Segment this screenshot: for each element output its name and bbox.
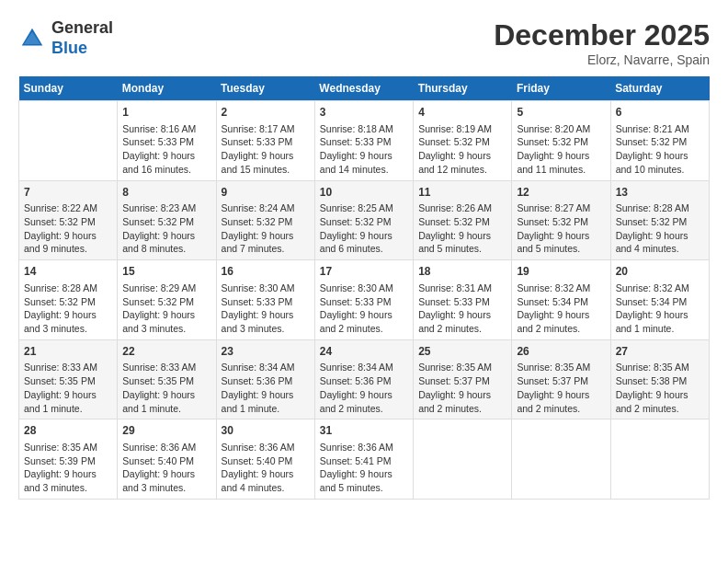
day-number: 15: [122, 264, 210, 280]
day-cell: 28Sunrise: 8:35 AM Sunset: 5:39 PM Dayli…: [19, 419, 118, 500]
day-info: Sunrise: 8:28 AM Sunset: 5:32 PM Dayligh…: [616, 201, 704, 256]
day-info: Sunrise: 8:17 AM Sunset: 5:33 PM Dayligh…: [222, 122, 310, 177]
day-cell: 16Sunrise: 8:30 AM Sunset: 5:33 PM Dayli…: [216, 260, 314, 340]
day-info: Sunrise: 8:21 AM Sunset: 5:32 PM Dayligh…: [616, 122, 704, 177]
header-cell-thursday: Thursday: [414, 76, 512, 101]
day-cell: [610, 419, 709, 500]
logo: General Blue: [18, 18, 113, 58]
day-info: Sunrise: 8:36 AM Sunset: 5:40 PM Dayligh…: [122, 441, 210, 495]
header-cell-monday: Monday: [118, 76, 216, 101]
week-row-1: 1Sunrise: 8:16 AM Sunset: 5:33 PM Daylig…: [19, 101, 710, 181]
day-info: Sunrise: 8:28 AM Sunset: 5:32 PM Dayligh…: [24, 282, 112, 336]
day-number: 29: [122, 423, 210, 439]
day-info: Sunrise: 8:32 AM Sunset: 5:34 PM Dayligh…: [517, 282, 605, 336]
day-number: 13: [616, 185, 704, 201]
day-cell: 12Sunrise: 8:27 AM Sunset: 5:32 PM Dayli…: [512, 180, 610, 260]
day-cell: [19, 101, 118, 181]
day-cell: 31Sunrise: 8:36 AM Sunset: 5:41 PM Dayli…: [314, 419, 413, 500]
day-number: 21: [24, 344, 112, 360]
day-number: 8: [122, 185, 210, 201]
day-info: Sunrise: 8:29 AM Sunset: 5:32 PM Dayligh…: [122, 282, 210, 336]
day-number: 17: [320, 264, 408, 280]
page-title: December 2025: [494, 18, 710, 52]
week-row-4: 21Sunrise: 8:33 AM Sunset: 5:35 PM Dayli…: [19, 339, 710, 419]
day-number: 16: [222, 264, 310, 280]
day-number: 6: [616, 105, 704, 121]
day-info: Sunrise: 8:25 AM Sunset: 5:32 PM Dayligh…: [320, 201, 408, 256]
day-info: Sunrise: 8:33 AM Sunset: 5:35 PM Dayligh…: [24, 361, 112, 415]
logo-icon: [18, 25, 46, 52]
header-cell-sunday: Sunday: [19, 76, 118, 101]
logo-blue-text: Blue: [51, 39, 87, 57]
day-cell: 19Sunrise: 8:32 AM Sunset: 5:34 PM Dayli…: [512, 260, 610, 340]
header-cell-wednesday: Wednesday: [314, 76, 413, 101]
calendar-body: 1Sunrise: 8:16 AM Sunset: 5:33 PM Daylig…: [19, 101, 710, 500]
day-number: 30: [222, 423, 310, 439]
logo-text: General Blue: [51, 18, 113, 58]
day-number: 26: [517, 344, 605, 360]
day-cell: 30Sunrise: 8:36 AM Sunset: 5:40 PM Dayli…: [216, 419, 314, 500]
day-cell: 18Sunrise: 8:31 AM Sunset: 5:33 PM Dayli…: [414, 260, 512, 340]
day-info: Sunrise: 8:35 AM Sunset: 5:38 PM Dayligh…: [616, 361, 704, 415]
day-number: 5: [517, 105, 605, 121]
day-cell: 4Sunrise: 8:19 AM Sunset: 5:32 PM Daylig…: [414, 101, 512, 181]
day-number: 19: [517, 264, 605, 280]
day-info: Sunrise: 8:20 AM Sunset: 5:32 PM Dayligh…: [517, 122, 605, 177]
day-info: Sunrise: 8:35 AM Sunset: 5:39 PM Dayligh…: [24, 441, 112, 495]
calendar-table: SundayMondayTuesdayWednesdayThursdayFrid…: [18, 76, 710, 500]
day-info: Sunrise: 8:34 AM Sunset: 5:36 PM Dayligh…: [320, 361, 408, 415]
day-number: 27: [616, 344, 704, 360]
day-info: Sunrise: 8:32 AM Sunset: 5:34 PM Dayligh…: [616, 282, 704, 336]
header-row: SundayMondayTuesdayWednesdayThursdayFrid…: [19, 76, 710, 101]
day-number: 25: [418, 344, 506, 360]
day-number: 22: [122, 344, 210, 360]
day-cell: 20Sunrise: 8:32 AM Sunset: 5:34 PM Dayli…: [610, 260, 709, 340]
day-info: Sunrise: 8:23 AM Sunset: 5:32 PM Dayligh…: [122, 201, 210, 256]
day-cell: 15Sunrise: 8:29 AM Sunset: 5:32 PM Dayli…: [118, 260, 216, 340]
day-number: 24: [320, 344, 408, 360]
day-number: 10: [320, 185, 408, 201]
day-cell: 8Sunrise: 8:23 AM Sunset: 5:32 PM Daylig…: [118, 180, 216, 260]
day-cell: 27Sunrise: 8:35 AM Sunset: 5:38 PM Dayli…: [610, 339, 709, 419]
logo-general-text: General: [51, 18, 113, 37]
day-cell: 29Sunrise: 8:36 AM Sunset: 5:40 PM Dayli…: [118, 419, 216, 500]
day-number: 4: [418, 105, 506, 121]
day-cell: 9Sunrise: 8:24 AM Sunset: 5:32 PM Daylig…: [216, 180, 314, 260]
day-number: 1: [122, 105, 210, 121]
day-number: 23: [222, 344, 310, 360]
title-block: December 2025 Elorz, Navarre, Spain: [494, 18, 710, 67]
day-cell: 1Sunrise: 8:16 AM Sunset: 5:33 PM Daylig…: [118, 101, 216, 181]
day-info: Sunrise: 8:16 AM Sunset: 5:33 PM Dayligh…: [122, 122, 210, 177]
header-cell-tuesday: Tuesday: [216, 76, 314, 101]
calendar-header: SundayMondayTuesdayWednesdayThursdayFrid…: [19, 76, 710, 101]
day-number: 9: [222, 185, 310, 201]
day-info: Sunrise: 8:33 AM Sunset: 5:35 PM Dayligh…: [122, 361, 210, 415]
day-cell: 3Sunrise: 8:18 AM Sunset: 5:33 PM Daylig…: [314, 101, 413, 181]
week-row-5: 28Sunrise: 8:35 AM Sunset: 5:39 PM Dayli…: [19, 419, 710, 500]
day-cell: 26Sunrise: 8:35 AM Sunset: 5:37 PM Dayli…: [512, 339, 610, 419]
day-cell: [414, 419, 512, 500]
page-subtitle: Elorz, Navarre, Spain: [494, 52, 710, 67]
day-cell: 7Sunrise: 8:22 AM Sunset: 5:32 PM Daylig…: [19, 180, 118, 260]
day-cell: 5Sunrise: 8:20 AM Sunset: 5:32 PM Daylig…: [512, 101, 610, 181]
week-row-3: 14Sunrise: 8:28 AM Sunset: 5:32 PM Dayli…: [19, 260, 710, 340]
day-cell: 13Sunrise: 8:28 AM Sunset: 5:32 PM Dayli…: [610, 180, 709, 260]
day-cell: 24Sunrise: 8:34 AM Sunset: 5:36 PM Dayli…: [314, 339, 413, 419]
day-info: Sunrise: 8:18 AM Sunset: 5:33 PM Dayligh…: [320, 122, 408, 177]
day-cell: 21Sunrise: 8:33 AM Sunset: 5:35 PM Dayli…: [19, 339, 118, 419]
day-info: Sunrise: 8:22 AM Sunset: 5:32 PM Dayligh…: [24, 201, 112, 256]
day-info: Sunrise: 8:19 AM Sunset: 5:32 PM Dayligh…: [418, 122, 506, 177]
day-cell: 17Sunrise: 8:30 AM Sunset: 5:33 PM Dayli…: [314, 260, 413, 340]
day-info: Sunrise: 8:36 AM Sunset: 5:40 PM Dayligh…: [222, 441, 310, 495]
day-info: Sunrise: 8:30 AM Sunset: 5:33 PM Dayligh…: [222, 282, 310, 336]
header-cell-saturday: Saturday: [610, 76, 709, 101]
day-cell: 25Sunrise: 8:35 AM Sunset: 5:37 PM Dayli…: [414, 339, 512, 419]
header-cell-friday: Friday: [512, 76, 610, 101]
day-cell: 2Sunrise: 8:17 AM Sunset: 5:33 PM Daylig…: [216, 101, 314, 181]
day-cell: 23Sunrise: 8:34 AM Sunset: 5:36 PM Dayli…: [216, 339, 314, 419]
day-info: Sunrise: 8:31 AM Sunset: 5:33 PM Dayligh…: [418, 282, 506, 336]
day-number: 11: [418, 185, 506, 201]
day-number: 18: [418, 264, 506, 280]
day-info: Sunrise: 8:35 AM Sunset: 5:37 PM Dayligh…: [517, 361, 605, 415]
day-number: 28: [24, 423, 112, 439]
